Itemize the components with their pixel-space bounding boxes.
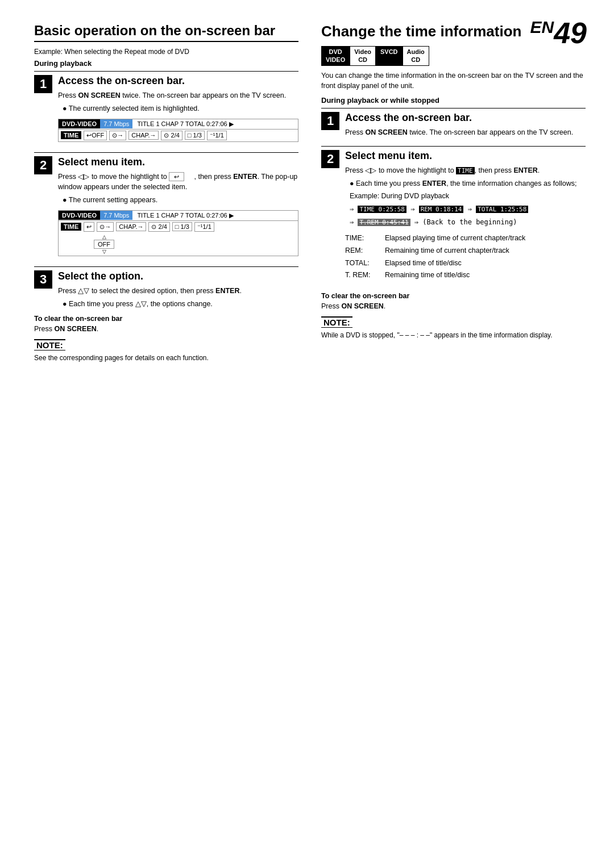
left-step3-bullet: Each time you press △▽, the options chan… bbox=[63, 299, 298, 310]
time-highlight-box: TIME bbox=[456, 167, 475, 174]
left-step1-bullet: The currently selected item is highlight… bbox=[63, 103, 298, 114]
right-example-text: Example: During DVD playback bbox=[350, 191, 586, 202]
left-step3-heading: Select the option. bbox=[58, 270, 298, 282]
right-step1-text: Press ON SCREEN twice. The on-screen bar… bbox=[345, 127, 586, 138]
right-during-label: During playback or while stopped bbox=[321, 96, 586, 105]
left-step1-number: 1 bbox=[34, 75, 52, 93]
bar1-item5: □ 1/3 bbox=[185, 131, 205, 140]
bar2-item1: ↩ bbox=[84, 222, 94, 232]
bar2-row1: DVD-VIDEO 7.7 Mbps TITLE 1 CHAP 7 TOTAL … bbox=[59, 211, 298, 221]
en-label: EN bbox=[530, 18, 554, 36]
bar2-info: TITLE 1 CHAP 7 TOTAL 0:27:06 ▶ bbox=[132, 211, 298, 220]
left-note-text: See the corresponding pages for details … bbox=[34, 353, 298, 363]
left-step1-content: Access the on-screen bar. Press ON SCREE… bbox=[58, 75, 298, 147]
right-step2: 2 Select menu item. Press ◁▷ to move the… bbox=[321, 146, 586, 286]
bar1-dvd: DVD-VIDEO bbox=[59, 119, 100, 128]
bar1-item2: ⊙→ bbox=[109, 131, 126, 140]
bar2-popup: △ OFF ▽ bbox=[94, 233, 298, 256]
right-step1-number: 1 bbox=[321, 112, 339, 130]
badge-video: VideoCD bbox=[350, 46, 376, 66]
right-step2-content: Select menu item. Press ◁▷ to move the h… bbox=[345, 150, 586, 286]
left-onscreen-bar2: DVD-VIDEO 7.7 Mbps TITLE 1 CHAP 7 TOTAL … bbox=[58, 210, 298, 256]
bar2-time: TIME bbox=[61, 223, 81, 231]
left-during-label: During playback bbox=[34, 59, 298, 68]
right-to-clear-text: Press ON SCREEN. bbox=[321, 301, 586, 312]
left-step3-number: 3 bbox=[34, 270, 52, 289]
right-step2-number: 2 bbox=[321, 150, 339, 168]
info-label-time: TIME: bbox=[345, 233, 385, 244]
right-step2-text: Press ◁▷ to move the hightlight to TIME,… bbox=[345, 165, 586, 176]
right-note: NOTE: While a DVD is stopped, "– – – : –… bbox=[321, 316, 586, 340]
info-label-total: TOTAL: bbox=[345, 258, 385, 269]
left-section: Basic operation on the on-screen bar Exa… bbox=[34, 23, 298, 368]
right-sequence1: ⇒ TIME 0:25:58 ⇒ REM 0:18:14 ⇒ TOTAL 1:2… bbox=[350, 204, 586, 215]
info-table: TIME: Elapsed playing time of current ch… bbox=[345, 233, 586, 281]
left-step3: 3 Select the option. Press △▽ to select … bbox=[34, 266, 298, 310]
bar1-time: TIME bbox=[61, 131, 81, 139]
info-row-rem: REM: Remaining time of current chapter/t… bbox=[345, 245, 586, 256]
popup-cell: △ OFF ▽ bbox=[94, 234, 114, 254]
right-to-clear-heading: To clear the on-screen bar bbox=[321, 292, 586, 300]
info-label-trem: T. REM: bbox=[345, 270, 385, 281]
bar1-row1: DVD-VIDEO 7.7 Mbps TITLE 1 CHAP 7 TOTAL … bbox=[59, 119, 298, 130]
bar2-item4: ⊙ 2/4 bbox=[148, 222, 169, 232]
bar1-mbps: 7.7 Mbps bbox=[100, 119, 132, 128]
badge-svcd: SVCD bbox=[376, 46, 403, 66]
info-desc-time: Elapsed playing time of current chapter/… bbox=[385, 233, 586, 244]
bar2-item6: ⁻¹1/1 bbox=[194, 222, 214, 232]
left-onscreen-bar1: DVD-VIDEO 7.7 Mbps TITLE 1 CHAP 7 TOTAL … bbox=[58, 119, 298, 142]
bar1-row2: TIME ↩OFF ⊙→ CHAP.→ ⊙ 2/4 □ 1/3 ⁻¹1/1 bbox=[59, 130, 298, 141]
left-to-clear-text: Press ON SCREEN. bbox=[34, 324, 298, 335]
right-step1-content: Access the on-screen bar. Press ON SCREE… bbox=[345, 112, 586, 140]
info-label-rem: REM: bbox=[345, 245, 385, 256]
right-step1: 1 Access the on-screen bar. Press ON SCR… bbox=[321, 108, 586, 140]
bar1-item4: ⊙ 2/4 bbox=[161, 131, 182, 140]
right-sequence2: ⇒ T.REM 0:45:41 ⇒ (Back to the beginning… bbox=[350, 217, 586, 228]
bar2-item5: □ 1/3 bbox=[172, 222, 192, 231]
bar2-item2: ⊙→ bbox=[97, 222, 114, 232]
info-row-total: TOTAL: Elapsed time of title/disc bbox=[345, 258, 586, 269]
bar2-dvd: DVD-VIDEO bbox=[59, 211, 100, 220]
popup-arrow-down: ▽ bbox=[102, 249, 106, 254]
popup-arrow-up: △ bbox=[102, 234, 106, 240]
right-to-clear: To clear the on-screen bar Press ON SCRE… bbox=[321, 292, 586, 312]
left-step1-text: Press ON SCREEN twice. The on-screen bar… bbox=[58, 90, 298, 101]
left-to-clear-heading: To clear the on-screen bar bbox=[34, 315, 298, 323]
left-step3-content: Select the option. Press △▽ to select th… bbox=[58, 270, 298, 310]
left-subtitle: Example: When selecting the Repeat mode … bbox=[34, 48, 298, 56]
left-note: NOTE: See the corresponding pages for de… bbox=[34, 339, 298, 363]
right-note-text: While a DVD is stopped, "– – – : – –" ap… bbox=[321, 330, 586, 340]
info-desc-rem: Remaining time of current chapter/track bbox=[385, 245, 586, 256]
right-step2-bullet: Each time you press ENTER, the time info… bbox=[350, 178, 586, 189]
left-step2-text: Press ◁▷ to move the hightlight to ↩ , t… bbox=[58, 172, 298, 193]
left-step1-heading: Access the on-screen bar. bbox=[58, 75, 298, 87]
bar2-row2: TIME ↩ ⊙→ CHAP.→ ⊙ 2/4 □ 1/3 ⁻¹1/1 bbox=[59, 221, 298, 233]
bar1-item1: ↩OFF bbox=[84, 131, 107, 140]
left-step2-bullet: The current setting appears. bbox=[63, 195, 298, 206]
info-desc-trem: Remaining time of title/disc bbox=[385, 270, 586, 281]
right-intro-text: You can change the time information in t… bbox=[321, 70, 586, 92]
right-step1-heading: Access the on-screen bar. bbox=[345, 112, 586, 124]
right-section: Change the time information DVDVIDEO Vid… bbox=[321, 23, 586, 368]
left-to-clear: To clear the on-screen bar Press ON SCRE… bbox=[34, 315, 298, 335]
badge-audio: AudioCD bbox=[403, 46, 429, 66]
left-step3-text: Press △▽ to select the desired option, t… bbox=[58, 286, 298, 297]
bar1-item3: CHAP.→ bbox=[128, 131, 159, 140]
left-step2-heading: Select menu item. bbox=[58, 156, 298, 168]
left-step2-content: Select menu item. Press ◁▷ to move the h… bbox=[58, 156, 298, 261]
info-row-trem: T. REM: Remaining time of title/disc bbox=[345, 270, 586, 281]
bar2-item3: CHAP.→ bbox=[116, 222, 146, 231]
bar1-item6: ⁻¹1/1 bbox=[207, 131, 227, 140]
page-number: EN49 bbox=[530, 16, 587, 50]
left-step2: 2 Select menu item. Press ◁▷ to move the… bbox=[34, 152, 298, 261]
info-desc-total: Elapsed time of title/disc bbox=[385, 258, 586, 269]
left-section-title: Basic operation on the on-screen bar bbox=[34, 23, 298, 42]
left-step2-number: 2 bbox=[34, 156, 52, 174]
right-note-title: NOTE: bbox=[321, 316, 352, 328]
left-note-title: NOTE: bbox=[34, 339, 65, 350]
info-row-time: TIME: Elapsed playing time of current ch… bbox=[345, 233, 586, 244]
right-step2-heading: Select menu item. bbox=[345, 150, 586, 162]
bar2-mbps: 7.7 Mbps bbox=[100, 211, 132, 220]
badge-dvd: DVDVIDEO bbox=[321, 46, 350, 66]
popup-off: OFF bbox=[94, 240, 114, 249]
